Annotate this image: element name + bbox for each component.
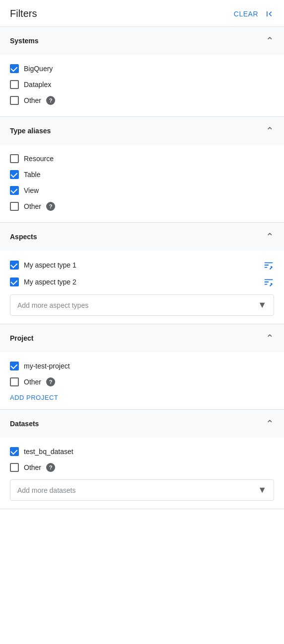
clear-button[interactable]: CLEAR (234, 10, 258, 18)
datasets-section: Datasets ⌃ test_bq_dataset Other ? Add m… (0, 410, 284, 509)
test-bq-dataset-label: test_bq_dataset (24, 448, 73, 456)
aspect-type-1-edit-icon[interactable] (263, 260, 274, 271)
list-item: View (10, 183, 274, 198)
systems-section-header[interactable]: Systems ⌃ (0, 27, 284, 55)
systems-title: Systems (10, 37, 39, 45)
project-other-help-icon[interactable]: ? (46, 377, 55, 386)
aspect-type-1-checkbox[interactable] (10, 261, 19, 270)
list-item: my-test-project (10, 358, 274, 374)
aspects-chevron-icon: ⌃ (266, 231, 274, 243)
view-checkbox[interactable] (10, 186, 19, 195)
list-item: Dataplex (10, 77, 274, 92)
bigquery-checkbox[interactable] (10, 64, 19, 73)
type-aliases-chevron-icon: ⌃ (266, 125, 274, 137)
aspect-type-2-label: My aspect type 2 (24, 278, 76, 286)
type-aliases-other-help-icon[interactable]: ? (46, 202, 55, 211)
list-item: Other ? (10, 374, 274, 390)
datasets-other-checkbox[interactable] (10, 463, 19, 472)
datasets-chevron-icon: ⌃ (266, 418, 274, 430)
list-item: Other ? (10, 92, 274, 108)
test-bq-dataset-checkbox[interactable] (10, 447, 19, 456)
collapse-panel-button[interactable] (264, 9, 274, 19)
aspects-content: My aspect type 1 My aspect type 2 Add mo… (0, 251, 284, 324)
page-title: Filters (10, 8, 37, 19)
datasets-content: test_bq_dataset Other ? Add more dataset… (0, 438, 284, 509)
project-content: my-test-project Other ? ADD PROJECT (0, 352, 284, 409)
datasets-other-help-icon[interactable]: ? (46, 463, 55, 472)
systems-other-checkbox[interactable] (10, 96, 19, 105)
aspect-type-1-label: My aspect type 1 (24, 261, 76, 269)
type-aliases-section: Type aliases ⌃ Resource Table View Other… (0, 117, 284, 223)
project-title: Project (10, 334, 33, 342)
dataplex-label: Dataplex (24, 81, 51, 89)
aspects-title: Aspects (10, 233, 37, 241)
systems-section: Systems ⌃ BigQuery Dataplex Other ? (0, 27, 284, 117)
resource-checkbox[interactable] (10, 154, 19, 163)
add-aspect-types-dropdown[interactable]: Add more aspect types ▼ (10, 294, 274, 316)
type-aliases-title: Type aliases (10, 127, 51, 135)
view-label: View (24, 186, 39, 194)
project-chevron-icon: ⌃ (266, 332, 274, 344)
datasets-section-header[interactable]: Datasets ⌃ (0, 410, 284, 438)
list-item: Resource (10, 151, 274, 167)
list-item: Other ? (10, 460, 274, 475)
type-aliases-other-label: Other (24, 202, 41, 210)
add-project-button[interactable]: ADD PROJECT (10, 390, 58, 401)
list-item: My aspect type 2 (10, 274, 274, 290)
aspects-section-header[interactable]: Aspects ⌃ (0, 223, 284, 251)
project-section-header[interactable]: Project ⌃ (0, 324, 284, 352)
aspects-section: Aspects ⌃ My aspect type 1 My aspect typ… (0, 223, 284, 324)
type-aliases-content: Resource Table View Other ? (0, 145, 284, 222)
datasets-dropdown-arrow-icon: ▼ (258, 485, 267, 495)
datasets-other-label: Other (24, 463, 41, 471)
project-other-label: Other (24, 378, 41, 386)
datasets-title: Datasets (10, 420, 39, 428)
table-label: Table (24, 171, 40, 179)
aspect-type-2-edit-icon[interactable] (263, 276, 274, 287)
list-item: Other ? (10, 198, 274, 214)
systems-other-label: Other (24, 96, 41, 104)
list-item: My aspect type 1 (10, 257, 274, 274)
type-aliases-other-checkbox[interactable] (10, 202, 19, 211)
table-checkbox[interactable] (10, 170, 19, 179)
project-section: Project ⌃ my-test-project Other ? ADD PR… (0, 324, 284, 410)
systems-other-help-icon[interactable]: ? (46, 96, 55, 105)
add-datasets-dropdown[interactable]: Add more datasets ▼ (10, 479, 274, 501)
systems-content: BigQuery Dataplex Other ? (0, 55, 284, 116)
list-item: BigQuery (10, 61, 274, 77)
dataplex-checkbox[interactable] (10, 80, 19, 89)
header: Filters CLEAR (0, 0, 284, 27)
type-aliases-section-header[interactable]: Type aliases ⌃ (0, 117, 284, 145)
list-item: Table (10, 167, 274, 183)
systems-chevron-icon: ⌃ (266, 35, 274, 47)
header-actions: CLEAR (234, 9, 274, 19)
add-datasets-placeholder: Add more datasets (17, 486, 76, 494)
bigquery-label: BigQuery (24, 65, 53, 73)
my-test-project-label: my-test-project (24, 362, 70, 370)
resource-label: Resource (24, 155, 54, 163)
aspect-type-2-checkbox[interactable] (10, 277, 19, 286)
dropdown-arrow-icon: ▼ (258, 300, 267, 310)
add-aspect-types-placeholder: Add more aspect types (17, 301, 88, 309)
project-other-checkbox[interactable] (10, 377, 19, 386)
list-item: test_bq_dataset (10, 444, 274, 460)
my-test-project-checkbox[interactable] (10, 362, 19, 370)
